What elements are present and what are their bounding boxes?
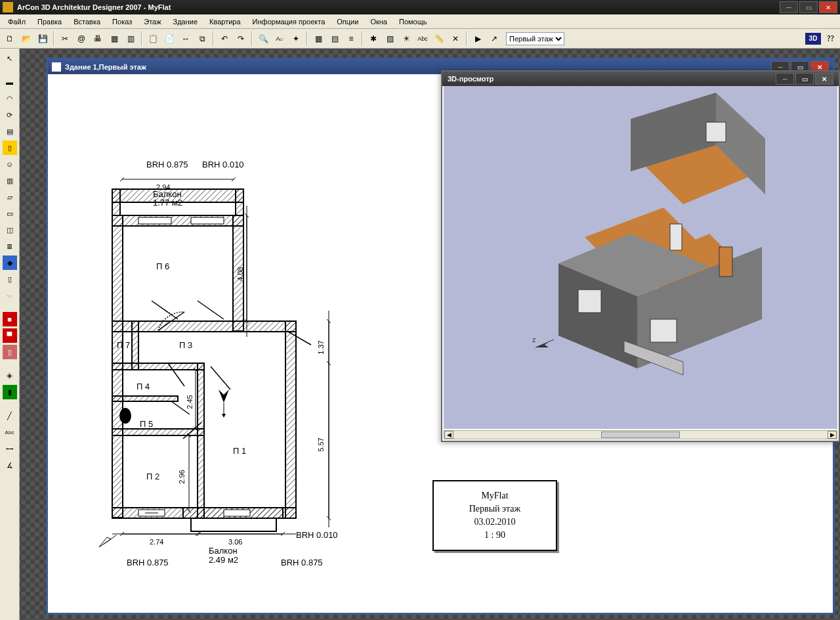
brh-label: BRH 0.875 [146, 160, 188, 169]
scroll-thumb[interactable] [601, 432, 680, 438]
menu-windows[interactable]: Окна [365, 16, 392, 27]
copy-icon[interactable]: 📋 [146, 32, 160, 46]
room-label-p5: П 5 [140, 419, 153, 429]
roof-tool-icon[interactable]: ▭ [3, 206, 17, 221]
marker3-icon[interactable]: ▯ [3, 345, 17, 359]
menu-help[interactable]: Помощь [394, 16, 432, 27]
brh-label: BRH 0.010 [296, 530, 338, 540]
dim-4-08: 4.08 [236, 267, 244, 280]
wall-tool-icon[interactable]: ▬ [3, 75, 17, 89]
virtual-wall-icon[interactable]: ·.· [3, 288, 17, 303]
scroll-left-icon[interactable]: ◀ [444, 431, 453, 439]
title-block: MyFlat Первый этаж 03.02.2010 1 : 90 [432, 480, 557, 551]
mirror-icon[interactable]: ↔ [178, 32, 193, 46]
measure-icon[interactable]: 📏 [432, 32, 446, 46]
box-tool-icon[interactable]: ◫ [3, 223, 17, 237]
preview-minimize-button[interactable]: ─ [776, 73, 794, 85]
axes-icon[interactable]: ✱ [366, 32, 381, 46]
save-file-icon[interactable]: 💾 [35, 32, 50, 46]
app-icon [3, 2, 13, 12]
email-icon[interactable]: @ [74, 32, 89, 46]
menu-building[interactable]: Здание [168, 16, 203, 27]
compass-icon[interactable]: ✦ [289, 32, 303, 46]
maximize-button[interactable]: ▭ [799, 1, 818, 13]
menu-floor[interactable]: Этаж [138, 16, 166, 27]
document-icon [52, 62, 61, 72]
whats-this-icon[interactable]: ⁇ [823, 32, 837, 46]
preview-maximize-button[interactable]: ▭ [795, 73, 814, 85]
balcony-bottom-label: Балкон [209, 546, 238, 556]
brh-label: BRH 0.875 [127, 558, 169, 567]
grid-icon[interactable]: ▦ [311, 32, 326, 46]
menu-apartment[interactable]: Квартира [204, 16, 246, 27]
wall-hatch-icon[interactable]: ▨ [383, 32, 397, 46]
column-icon[interactable]: ▯ [3, 272, 17, 286]
scroll-right-icon[interactable]: ▶ [828, 431, 837, 439]
print-icon[interactable]: 🖶 [91, 32, 105, 46]
redo-icon[interactable]: ↷ [234, 32, 248, 46]
svg-point-19 [119, 408, 131, 424]
menu-file[interactable]: Файл [3, 16, 31, 27]
preview-titlebar[interactable]: 3D-просмотр ─ ▭ ✕ [442, 72, 839, 86]
menu-view[interactable]: Показ [107, 16, 137, 27]
wall-layer-icon[interactable]: ▤ [3, 124, 17, 139]
snap-icon[interactable]: ▤ [327, 32, 342, 46]
pointer-tool-icon[interactable]: ↗ [487, 32, 501, 46]
stairs-tool-icon[interactable]: ▥ [3, 173, 17, 188]
plan-window-title: Здание 1,Первый этаж [65, 63, 146, 71]
solid-icon[interactable]: ◆ [3, 255, 17, 270]
slab-tool-icon[interactable]: ▱ [3, 190, 17, 204]
3d-mode-button[interactable]: 3D [805, 33, 821, 45]
brh-label: BRH 0.875 [281, 558, 323, 567]
menu-options[interactable]: Опции [331, 16, 364, 27]
spiral-icon[interactable]: ⟳ [3, 108, 17, 122]
arc-wall-icon[interactable]: ◠ [3, 91, 17, 106]
new-file-icon[interactable]: 🗋 [3, 32, 17, 46]
menu-insert[interactable]: Вставка [68, 16, 106, 27]
angle-tool-icon[interactable]: ∡ [3, 458, 17, 472]
sun-icon[interactable]: ☀ [399, 32, 413, 46]
undo-icon[interactable]: ↶ [217, 32, 232, 46]
line-tool-icon[interactable]: ╱ [3, 409, 17, 423]
open-file-icon[interactable]: 📂 [19, 32, 33, 46]
preview-viewport[interactable]: z [444, 86, 837, 429]
dimension-tool-icon[interactable]: ⟷ [3, 441, 17, 456]
layers-icon[interactable]: ≡ [344, 32, 358, 46]
person-icon[interactable]: ☺ [3, 157, 17, 171]
svg-rect-13 [198, 363, 204, 518]
dim-1-37: 1.37 [317, 340, 325, 354]
svg-rect-9 [112, 321, 296, 332]
svg-rect-35 [191, 217, 224, 224]
marker2-icon[interactable]: ▀ [3, 328, 17, 343]
select-tool-icon[interactable]: ↖ [3, 51, 17, 66]
window-tool-icon[interactable]: ▯ [3, 141, 17, 155]
minimize-button[interactable]: ─ [780, 1, 798, 13]
svg-rect-4 [236, 189, 243, 215]
preview-scrollbar[interactable]: ◀ ▶ [444, 430, 837, 439]
zoom-icon[interactable]: 🔍 [256, 32, 270, 46]
app-title: ArCon 3D Architektur Designer 2007 - MyF… [17, 3, 171, 11]
menu-edit[interactable]: Правка [32, 16, 67, 27]
shelf-icon[interactable]: ≣ [3, 239, 17, 254]
export-icon[interactable]: ▦ [107, 32, 121, 46]
arrow-tool-icon[interactable]: ▶ [471, 32, 485, 46]
preview-close-button[interactable]: ✕ [815, 73, 833, 85]
room-label-p7: П 7 [117, 340, 130, 350]
svg-rect-34 [138, 217, 171, 224]
zoom-fit-icon[interactable]: A⌕ [272, 32, 287, 46]
marker1-icon[interactable]: ■ [3, 312, 17, 326]
paste-icon[interactable]: 📄 [162, 32, 177, 46]
text-annot-icon[interactable]: Abc [3, 425, 17, 439]
balcony-bottom-area: 2.49 м2 [209, 555, 238, 565]
svg-rect-17 [191, 518, 276, 531]
duplicate-icon[interactable]: ⧉ [195, 32, 209, 46]
text-icon[interactable]: Abc [415, 32, 430, 46]
cut-icon[interactable]: ✂ [58, 32, 72, 46]
floor-selector[interactable]: Первый этаж [506, 32, 564, 45]
close-button[interactable]: ✕ [819, 1, 837, 13]
plot-icon[interactable]: ▥ [123, 32, 138, 46]
plant-icon[interactable]: ▮ [3, 385, 17, 399]
menu-project-info[interactable]: Информация проекта [247, 16, 331, 27]
crosshair-icon[interactable]: ✕ [448, 32, 463, 46]
terrain-icon[interactable]: 🞛 [3, 368, 17, 383]
